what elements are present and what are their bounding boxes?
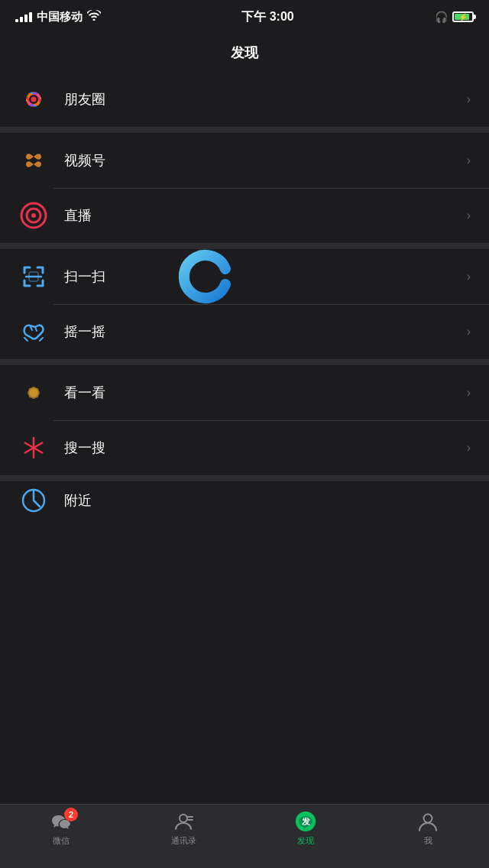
scan-chevron: ›: [467, 270, 471, 283]
look-icon: [20, 379, 47, 406]
video-icon: [20, 147, 47, 174]
section-gap-3: [0, 359, 489, 365]
moments-icon-wrap: [18, 84, 49, 115]
tab-wechat-label: 微信: [53, 835, 70, 847]
signal-icon: [15, 12, 32, 22]
live-icon: [20, 202, 47, 229]
svg-point-26: [180, 815, 187, 822]
scan-label: 扫一扫: [64, 267, 467, 286]
status-right: 🎧 ⚡: [435, 11, 474, 23]
tab-wechat-badge: 2: [64, 808, 78, 821]
content-area: 朋友圈 › 视频号 › 直播 ›: [0, 72, 489, 584]
tab-discover[interactable]: 发 发现: [244, 811, 367, 847]
menu-item-scan[interactable]: 扫一扫 ›: [0, 249, 489, 304]
tab-contacts-icon: [173, 811, 194, 832]
search-icon-wrap: [18, 432, 49, 463]
page-title: 发现: [231, 44, 258, 62]
nearby-icon: [20, 487, 47, 514]
nearby-icon-wrap: [18, 485, 49, 516]
tab-bar: 2 微信 通讯录 发 发现: [0, 804, 489, 868]
tab-wechat[interactable]: 2 微信: [0, 811, 122, 847]
tab-discover-icon: 发: [295, 811, 316, 832]
svg-text:发: 发: [301, 817, 311, 826]
look-icon-wrap: [18, 377, 49, 408]
carrier-label: 中国移动: [37, 10, 83, 24]
status-bar: 中国移动 下午 3:00 🎧 ⚡: [0, 0, 489, 34]
moments-chevron: ›: [467, 92, 471, 106]
tab-contacts[interactable]: 通讯录: [122, 811, 244, 847]
video-chevron: ›: [467, 154, 471, 167]
video-label: 视频号: [64, 151, 467, 170]
section-gap-1: [0, 127, 489, 133]
menu-item-nearby-partial: 附近: [0, 481, 489, 520]
video-icon-wrap: [18, 145, 49, 176]
svg-point-31: [424, 815, 432, 823]
search-chevron: ›: [467, 441, 471, 455]
search-label: 搜一搜: [64, 439, 467, 457]
shake-icon-wrap: [18, 316, 49, 347]
tab-me[interactable]: 我: [367, 811, 489, 847]
menu-item-search[interactable]: 搜一搜 ›: [0, 420, 489, 475]
search-icon: [20, 434, 47, 462]
headphone-icon: 🎧: [435, 11, 448, 23]
page-header: 发现: [0, 34, 489, 72]
tab-discover-label: 发现: [297, 835, 314, 847]
moments-icon: [19, 85, 48, 114]
battery-icon: ⚡: [452, 11, 474, 22]
live-label: 直播: [64, 206, 467, 225]
menu-item-moments[interactable]: 朋友圈 ›: [0, 72, 489, 127]
nearby-label: 附近: [64, 491, 471, 510]
wifi-icon: [87, 10, 101, 24]
shake-icon: [20, 318, 47, 345]
tab-contacts-label: 通讯录: [171, 835, 196, 847]
svg-point-14: [31, 213, 36, 218]
shake-chevron: ›: [467, 325, 471, 338]
menu-item-live[interactable]: 直播 ›: [0, 188, 489, 243]
moments-label: 朋友圈: [64, 90, 467, 108]
tab-me-label: 我: [424, 835, 432, 847]
menu-item-video[interactable]: 视频号 ›: [0, 133, 489, 188]
look-chevron: ›: [467, 386, 471, 400]
scan-icon: [20, 263, 47, 290]
live-icon-wrap: [18, 200, 49, 231]
scan-icon-wrap: [18, 261, 49, 292]
status-left: 中国移动: [15, 10, 101, 24]
status-time: 下午 3:00: [241, 9, 293, 25]
live-chevron: ›: [467, 209, 471, 222]
menu-item-look[interactable]: 看一看 ›: [0, 365, 489, 420]
section-gap-4: [0, 475, 489, 481]
section-gap-2: [0, 243, 489, 249]
shake-label: 摇一摇: [64, 322, 467, 341]
look-label: 看一看: [64, 384, 467, 402]
tab-wechat-icon: 2: [50, 811, 72, 832]
svg-point-11: [31, 97, 37, 102]
menu-item-shake[interactable]: 摇一摇 ›: [0, 304, 489, 359]
tab-me-icon: [417, 811, 439, 832]
